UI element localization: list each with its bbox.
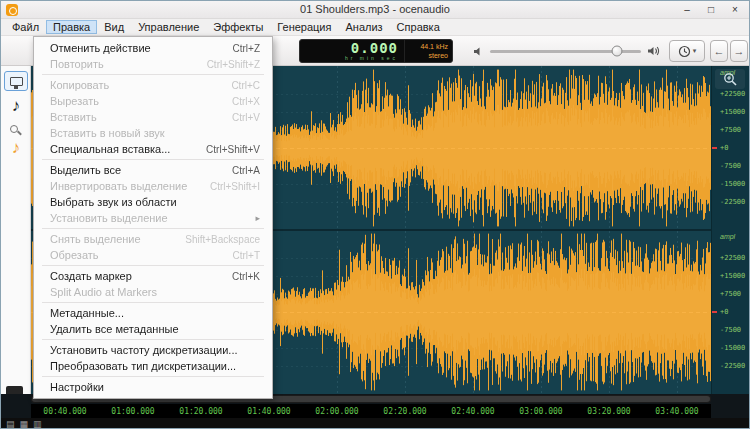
view-mode-button-1[interactable]: ▦ <box>20 419 29 429</box>
time-label: 01:20.000 <box>179 407 222 416</box>
menubar-item-5[interactable]: Генерация <box>270 20 338 34</box>
amp-label: +7500 <box>720 290 741 298</box>
amp-label: +22500 <box>720 90 745 98</box>
menu-item-shortcut: Ctrl+Shift+I <box>210 181 260 192</box>
edit-menu-item-10: Инвертировать выделениеCtrl+Shift+I <box>34 178 272 194</box>
menu-item-shortcut: Ctrl+Shift+Z <box>207 59 260 70</box>
menu-item-shortcut: Ctrl+A <box>232 165 260 176</box>
amp-label: +15000 <box>720 108 745 116</box>
chevron-down-icon: ▾ <box>693 47 697 55</box>
close-button[interactable]: × <box>723 1 747 18</box>
edit-menu-item-24[interactable]: Преобразовать тип дискретизации... <box>34 358 272 374</box>
nav-forward-button[interactable]: → <box>730 40 748 62</box>
zero-marker <box>712 147 717 149</box>
time-label: 03:40.000 <box>655 407 698 416</box>
samplerate-label: 44.1 kHz <box>420 43 448 51</box>
amp-label: +22500 <box>720 254 745 262</box>
menu-item-shortcut: Ctrl+Shift+V <box>206 144 260 155</box>
menu-item-label: Вставить в новый звук <box>50 127 244 139</box>
time-label: 01:00.000 <box>111 407 154 416</box>
maximize-button[interactable]: □ <box>699 1 723 18</box>
zoom-in-button[interactable] <box>715 69 745 89</box>
menubar-item-3[interactable]: Управление <box>131 20 206 34</box>
speaker-high-icon <box>647 45 661 57</box>
time-display-digits-wrap: 0.000 hr min sec <box>300 40 404 62</box>
nav-back-button[interactable]: ← <box>710 40 728 62</box>
edit-menu-item-26[interactable]: Настройки <box>34 379 272 395</box>
view-mode-button-2[interactable]: ▥ <box>33 419 42 429</box>
menu-item-shortcut: Ctrl+C <box>231 80 260 91</box>
menubar-item-1[interactable]: Правка <box>46 20 97 34</box>
menu-item-label: Выделить все <box>50 164 216 176</box>
edit-menu-item-4: ВырезатьCtrl+X <box>34 93 272 109</box>
amp-label: -22500 <box>720 198 745 206</box>
volume-knob[interactable] <box>611 46 622 57</box>
search-icon[interactable] <box>9 124 23 138</box>
edit-menu-item-9[interactable]: Выделить всеCtrl+A <box>34 162 272 178</box>
volume-slider <box>473 41 661 61</box>
time-display-info: 44.1 kHz stereo <box>404 40 452 62</box>
menubar-item-4[interactable]: Эффекты <box>206 20 270 34</box>
magnifier-plus-icon <box>723 72 738 87</box>
time-label: 00:40.000 <box>43 407 86 416</box>
search-handle <box>17 130 22 135</box>
amp-label: -7500 <box>720 326 741 334</box>
menu-item-shortcut: Ctrl+X <box>232 96 260 107</box>
edit-menu-item-20[interactable]: Метаданные... <box>34 305 272 321</box>
amp-label: +7500 <box>720 126 741 134</box>
menu-separator <box>42 74 264 75</box>
active-audio-file-icon[interactable]: ♪ <box>1 138 31 158</box>
menu-separator <box>42 265 264 266</box>
sidebar-editor-view-button[interactable] <box>4 71 28 91</box>
edit-menu-item-12: Установить выделение▸ <box>34 210 272 226</box>
edit-menu-item-11[interactable]: Выбрать звук из области <box>34 194 272 210</box>
time-label: 03:20.000 <box>587 407 630 416</box>
caption-buttons: – □ × <box>675 1 747 18</box>
menubar-item-2[interactable]: Вид <box>97 20 131 34</box>
amp-label: +0 <box>720 308 728 316</box>
channels-label: stereo <box>429 52 448 60</box>
amp-label: -22500 <box>720 362 745 370</box>
speaker-low-icon <box>473 46 484 57</box>
menu-separator <box>42 339 264 340</box>
time-display: 0.000 hr min sec 44.1 kHz stereo <box>299 39 453 63</box>
edit-menu-item-0[interactable]: Отменить действиеCtrl+Z <box>34 40 272 56</box>
menu-item-label: Инвертировать выделение <box>50 180 194 192</box>
menu-item-label: Преобразовать тип дискретизации... <box>50 360 244 372</box>
view-mode-button-0[interactable]: ▤ <box>6 419 15 429</box>
menu-item-label: Снять выделение <box>50 233 169 245</box>
menubar-item-6[interactable]: Анализ <box>338 20 389 34</box>
edit-menu-item-1: ПовторитьCtrl+Shift+Z <box>34 56 272 72</box>
amp-label: +0 <box>720 144 728 152</box>
edit-menu-item-17[interactable]: Создать маркерCtrl+K <box>34 268 272 284</box>
menu-item-label: Отменить действие <box>50 42 217 54</box>
menubar-item-7[interactable]: Справка <box>390 20 447 34</box>
menu-separator <box>42 376 264 377</box>
menu-item-label: Установить выделение <box>50 212 233 224</box>
menu-item-label: Split Audio at Markers <box>50 286 244 298</box>
amp-ruler-header: ampl <box>720 233 735 240</box>
menu-item-shortcut: Ctrl+K <box>232 271 260 282</box>
zero-marker <box>712 311 717 313</box>
menu-item-shortcut: Ctrl+Z <box>233 43 261 54</box>
menubar: ФайлПравкаВидУправлениеЭффектыГенерацияА… <box>1 19 749 36</box>
audio-file-icon[interactable]: ♪ <box>1 96 31 116</box>
titlebar: 01 Shoulders.mp3 - ocenaudio – □ × <box>1 1 749 19</box>
menu-item-label: Создать маркер <box>50 270 216 282</box>
minimize-button[interactable]: – <box>675 1 699 18</box>
edit-menu-item-21[interactable]: Удалить все метаданные <box>34 321 272 337</box>
amplitude-ruler: ampl+22500+15000+7500+0-7500-15000-22500… <box>711 66 750 418</box>
menu-item-label: Копировать <box>50 79 215 91</box>
amp-label: -15000 <box>720 180 745 188</box>
menu-item-label: Удалить все метаданные <box>50 323 244 335</box>
menu-item-label: Обрезать <box>50 249 217 261</box>
menu-separator <box>42 228 264 229</box>
time-label: 02:40.000 <box>451 407 494 416</box>
volume-track[interactable] <box>490 50 641 53</box>
menubar-item-0[interactable]: Файл <box>5 20 46 34</box>
time-display-value: 0.000 <box>351 42 398 55</box>
edit-menu-item-23[interactable]: Установить частоту дискретизации... <box>34 342 272 358</box>
playback-timer-button[interactable]: ▾ <box>669 40 705 62</box>
edit-menu-item-3: КопироватьCtrl+C <box>34 77 272 93</box>
edit-menu-item-7[interactable]: Специальная вставка...Ctrl+Shift+V <box>34 141 272 157</box>
